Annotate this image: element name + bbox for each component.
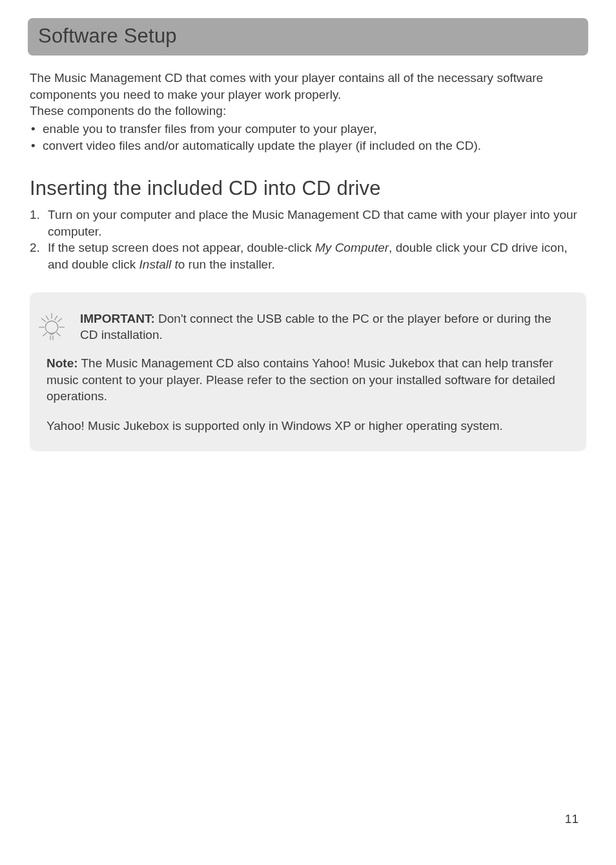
page-content: Software Setup The Music Management CD t… (0, 0, 616, 451)
step-2-em2: Install t (139, 258, 178, 271)
intro-paragraph-1: The Music Management CD that comes with … (30, 70, 586, 103)
important-text-block: IMPORTANT: Don't connect the USB cable t… (80, 307, 570, 343)
lightbulb-icon (32, 307, 71, 343)
step-2: If the setup screen does not appear, dou… (30, 239, 586, 272)
note-label: Note: (46, 356, 78, 370)
intro-bullet-list: enable you to transfer files from your c… (30, 121, 586, 154)
svg-line-10 (46, 316, 48, 320)
important-row: IMPORTANT: Don't connect the USB cable t… (32, 307, 570, 343)
section-header-bar: Software Setup (28, 18, 588, 56)
svg-line-3 (58, 318, 62, 321)
steps-list: Turn on your computer and place the Musi… (30, 207, 586, 273)
svg-line-6 (43, 332, 46, 336)
svg-line-2 (42, 318, 46, 321)
section-title: Software Setup (38, 25, 578, 48)
step-2-post: o run the installer. (178, 258, 275, 271)
important-label: IMPORTANT: (80, 312, 155, 325)
page-number: 11 (565, 812, 579, 826)
note-block: Note: The Music Management CD also conta… (46, 355, 570, 405)
step-1-text: Turn on your computer and place the Musi… (48, 208, 577, 238)
svg-line-7 (57, 332, 61, 336)
note-text: The Music Management CD also contains Ya… (46, 356, 555, 403)
intro-bullet-1: enable you to transfer files from your c… (30, 121, 586, 137)
intro-paragraph-2: These components do the following: (30, 103, 586, 119)
step-2-pre: If the setup screen does not appear, dou… (48, 241, 315, 254)
jukebox-support-text: Yahoo! Music Jukebox is supported only i… (46, 418, 570, 434)
subheading-inserting-cd: Inserting the included CD into CD drive (30, 177, 586, 200)
svg-point-0 (45, 321, 57, 333)
intro-block: The Music Management CD that comes with … (30, 70, 586, 154)
step-1: Turn on your computer and place the Musi… (30, 207, 586, 239)
svg-line-11 (55, 316, 57, 320)
intro-bullet-2: convert video files and/or automatically… (30, 137, 586, 154)
callout-box: IMPORTANT: Don't connect the USB cable t… (30, 292, 586, 451)
step-2-em1: My Computer (315, 241, 389, 254)
